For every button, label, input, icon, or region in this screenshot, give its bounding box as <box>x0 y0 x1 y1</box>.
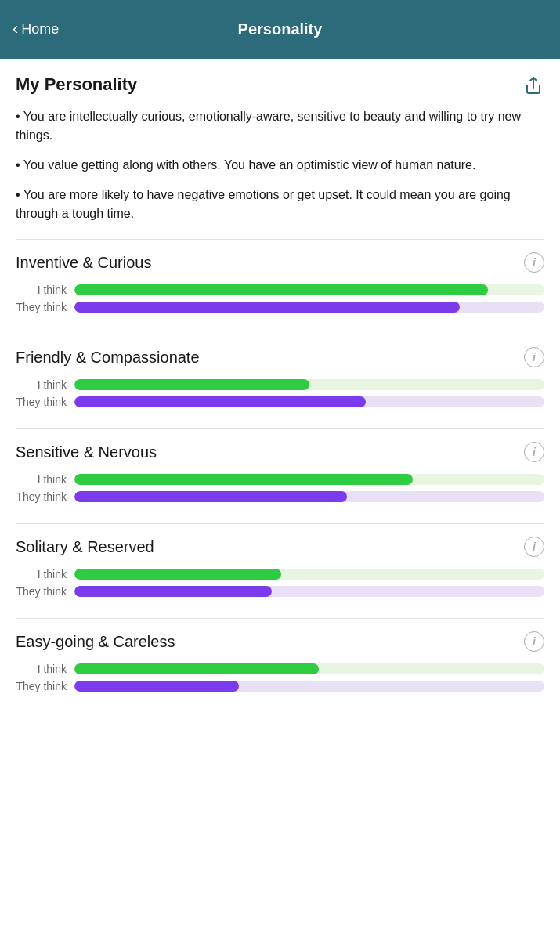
trait-title-1: Friendly & Compassionate <box>16 349 200 367</box>
page-title: My Personality <box>16 74 137 95</box>
i-think-row-4: I think <box>16 663 544 675</box>
they-think-track-3 <box>74 586 544 597</box>
i-think-track-3 <box>74 569 544 580</box>
share-button[interactable] <box>522 74 544 96</box>
they-think-label-2: They think <box>16 490 74 503</box>
trait-title-2: Sensitive & Nervous <box>16 443 157 461</box>
description-line-2: • You value getting along with others. Y… <box>16 156 544 175</box>
they-think-label-3: They think <box>16 585 74 598</box>
i-think-label-0: I think <box>16 284 74 296</box>
trait-section-1: Friendly & Compassionate i I think They … <box>16 334 544 422</box>
trait-section-3: Solitary & Reserved i I think They think <box>16 523 544 612</box>
i-think-fill-1 <box>74 379 309 390</box>
they-think-track-2 <box>74 491 544 502</box>
back-button[interactable]: ‹ Home <box>13 21 59 38</box>
i-think-track-2 <box>74 474 544 485</box>
i-think-row-0: I think <box>16 284 544 296</box>
share-icon <box>524 76 543 95</box>
they-think-row-4: They think <box>16 680 544 692</box>
info-icon-1[interactable]: i <box>524 347 544 367</box>
they-think-fill-2 <box>74 491 347 502</box>
info-icon-3[interactable]: i <box>524 537 544 557</box>
i-think-track-0 <box>74 284 544 295</box>
i-think-label-1: I think <box>16 378 74 391</box>
they-think-track-1 <box>74 396 544 407</box>
info-icon-4[interactable]: i <box>524 631 544 652</box>
bar-container-4: I think They think <box>16 663 544 692</box>
bar-container-1: I think They think <box>16 378 544 408</box>
i-think-fill-0 <box>74 284 488 295</box>
my-personality-header: My Personality <box>16 74 544 96</box>
trait-header-1: Friendly & Compassionate i <box>16 347 544 367</box>
trait-title-0: Inventive & Curious <box>16 254 151 272</box>
trait-header-2: Sensitive & Nervous i <box>16 442 544 462</box>
they-think-label-1: They think <box>16 396 74 408</box>
i-think-label-3: I think <box>16 568 74 580</box>
trait-title-3: Solitary & Reserved <box>16 538 154 556</box>
trait-header-0: Inventive & Curious i <box>16 252 544 273</box>
trait-section-4: Easy-going & Careless i I think They thi… <box>16 618 544 707</box>
i-think-row-1: I think <box>16 378 544 391</box>
they-think-row-1: They think <box>16 396 544 408</box>
they-think-row-0: They think <box>16 301 544 313</box>
header: ‹ Home Personality <box>0 0 560 59</box>
i-think-row-2: I think <box>16 473 544 486</box>
i-think-fill-2 <box>74 474 413 485</box>
main-content: My Personality • You are intellectually … <box>0 59 560 736</box>
info-icon-0[interactable]: i <box>524 252 544 273</box>
traits-container: Inventive & Curious i I think They think… <box>16 239 544 707</box>
info-icon-2[interactable]: i <box>524 442 544 462</box>
they-think-fill-0 <box>74 302 460 313</box>
they-think-row-2: They think <box>16 490 544 503</box>
they-think-fill-1 <box>74 396 366 407</box>
they-think-fill-4 <box>74 681 239 692</box>
trait-section-2: Sensitive & Nervous i I think They think <box>16 428 544 517</box>
they-think-row-3: They think <box>16 585 544 598</box>
header-title: Personality <box>238 20 323 38</box>
trait-title-4: Easy-going & Careless <box>16 633 175 651</box>
bar-container-0: I think They think <box>16 284 544 313</box>
i-think-label-4: I think <box>16 663 74 675</box>
i-think-track-4 <box>74 663 544 674</box>
trait-header-3: Solitary & Reserved i <box>16 537 544 557</box>
i-think-fill-3 <box>74 569 281 580</box>
description-line-1: • You are intellectually curious, emotio… <box>16 107 544 145</box>
trait-section-0: Inventive & Curious i I think They think <box>16 239 544 327</box>
i-think-row-3: I think <box>16 568 544 580</box>
bar-container-3: I think They think <box>16 568 544 598</box>
i-think-fill-4 <box>74 663 319 674</box>
they-think-track-4 <box>74 681 544 692</box>
they-think-track-0 <box>74 302 544 313</box>
trait-header-4: Easy-going & Careless i <box>16 631 544 652</box>
i-think-label-2: I think <box>16 473 74 486</box>
back-chevron-icon: ‹ <box>13 20 18 38</box>
bar-container-2: I think They think <box>16 473 544 503</box>
i-think-track-1 <box>74 379 544 390</box>
they-think-fill-3 <box>74 586 272 597</box>
back-label: Home <box>21 21 59 38</box>
personality-description: • You are intellectually curious, emotio… <box>16 107 544 223</box>
they-think-label-4: They think <box>16 680 74 692</box>
they-think-label-0: They think <box>16 301 74 313</box>
description-line-3: • You are more likely to have negative e… <box>16 186 544 223</box>
